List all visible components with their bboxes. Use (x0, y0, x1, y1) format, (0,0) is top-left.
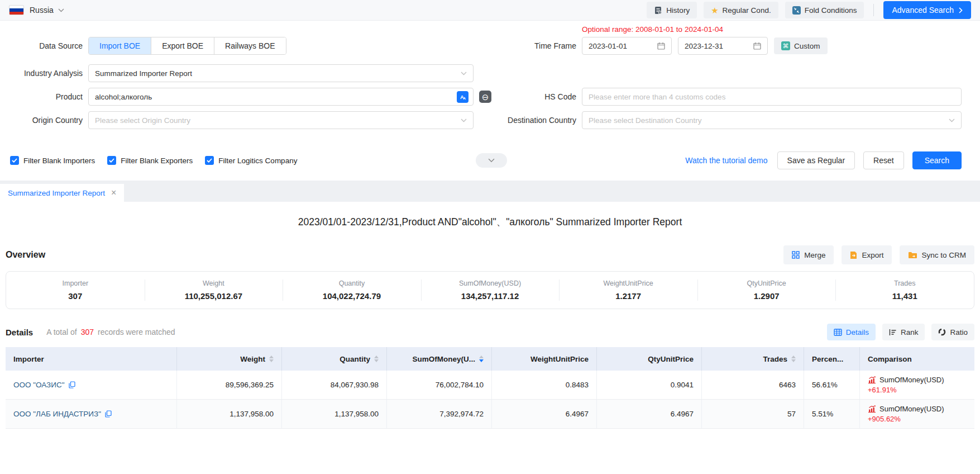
trend-chart-icon (868, 376, 876, 383)
rank-icon (889, 329, 897, 336)
origin-country-select[interactable]: Please select Origin Country (88, 111, 474, 129)
col-label: Comparison (868, 355, 912, 363)
col-weight-unit-price[interactable]: WeightUnitPrice (492, 347, 597, 371)
stat-value: 104,022,724.79 (323, 291, 381, 301)
app-window: Russia History ★ Regular Cond. Fold Cond… (0, 0, 980, 474)
col-quantity[interactable]: Quantity (282, 347, 387, 371)
copy-icon[interactable] (105, 410, 112, 418)
importer-name-link[interactable]: ООО "ОАЗИС" (13, 381, 65, 389)
col-importer[interactable]: Importer (6, 347, 177, 371)
col-weight[interactable]: Weight (177, 347, 282, 371)
industry-analysis-select[interactable]: Summarized Importer Report (88, 64, 474, 82)
save-as-regular-button[interactable]: Save as Regular (777, 151, 855, 169)
history-icon (654, 6, 662, 15)
start-date-field[interactable]: 2023-01-01 (582, 37, 672, 55)
chevron-down-icon[interactable] (58, 8, 64, 12)
stat-label: QtyUnitPrice (747, 279, 786, 287)
filter-label: Filter Blank Importers (23, 157, 95, 165)
col-label: SumOfMoney(U... (412, 355, 475, 363)
checkbox-checked-icon (107, 156, 116, 165)
col-label: WeightUnitPrice (530, 355, 589, 363)
tab-import-boe[interactable]: Import BOE (89, 37, 151, 54)
export-icon (850, 251, 857, 259)
sort-icon-active-desc[interactable] (479, 356, 484, 362)
col-label: Percen... (812, 355, 843, 363)
search-button[interactable]: Search (912, 151, 962, 169)
tab-railways-boe[interactable]: Railways BOE (214, 37, 285, 54)
regular-cond-button[interactable]: ★ Regular Cond. (704, 2, 778, 18)
start-date-value: 2023-01-01 (589, 42, 627, 50)
trend-chart-icon (868, 405, 876, 413)
view-ratio-button[interactable]: Ratio (931, 324, 974, 340)
search-form: Optional range: 2008-01-01 to 2024-01-04… (0, 21, 980, 169)
filter-logitics-company-checkbox[interactable]: Filter Logitics Company (205, 156, 297, 165)
view-details-label: Details (846, 328, 869, 336)
view-rank-label: Rank (901, 328, 919, 336)
tutorial-demo-link[interactable]: Watch the tutorial demo (685, 156, 767, 165)
destination-country-select[interactable]: Please select Destination Country (582, 111, 962, 129)
time-frame-label: Time Frame (475, 37, 576, 55)
col-sum-of-money[interactable]: SumOfMoney(U... (387, 347, 492, 371)
view-details-button[interactable]: Details (827, 324, 876, 340)
form-action-buttons: Watch the tutorial demo Save as Regular … (685, 151, 962, 169)
advanced-search-button[interactable]: Advanced Search (883, 1, 971, 19)
col-percent[interactable]: Percen... (804, 347, 860, 371)
star-icon: ★ (711, 6, 718, 15)
fold-conditions-icon (792, 6, 801, 15)
filter-label: Filter Blank Exporters (121, 157, 193, 165)
reset-button[interactable]: Reset (863, 151, 904, 169)
col-qty-unit-price[interactable]: QtyUnitPrice (597, 347, 702, 371)
weight-unit-price-cell: 0.8483 (492, 371, 597, 399)
sort-icon[interactable] (374, 356, 379, 362)
view-rank-button[interactable]: Rank (882, 324, 925, 340)
data-source-label: Data Source (0, 37, 83, 55)
hs-code-input[interactable] (589, 93, 955, 101)
custom-range-button[interactable]: ⌘ Custom (774, 37, 828, 54)
table-grid-icon (834, 329, 842, 336)
total-suffix: records were matched (98, 328, 175, 336)
sync-to-crm-button[interactable]: Sync to CRM (900, 245, 974, 264)
stat-trades: Trades 11,431 (835, 272, 974, 309)
end-date-value: 2023-12-31 (685, 42, 723, 50)
industry-analysis-label: Industry Analysis (0, 64, 83, 82)
product-field-wrap: A (88, 88, 474, 106)
chevron-right-icon (959, 7, 963, 13)
calendar-icon (753, 42, 761, 50)
tab-export-boe[interactable]: Export BOE (151, 37, 214, 54)
sort-icon[interactable] (269, 356, 274, 362)
col-label: QtyUnitPrice (648, 355, 694, 363)
origin-country-label: Origin Country (0, 111, 83, 129)
filter-blank-exporters-checkbox[interactable]: Filter Blank Exporters (107, 156, 193, 165)
filter-blank-importers-checkbox[interactable]: Filter Blank Importers (10, 156, 95, 165)
country-selector-label[interactable]: Russia (30, 6, 54, 15)
col-trades[interactable]: Trades (702, 347, 804, 371)
weight-cell: 89,596,369.25 (177, 371, 282, 399)
collapse-form-button[interactable] (476, 153, 507, 168)
importer-cell: ООО "ЛАБ ИНДАСТРИЗ" (6, 400, 177, 428)
end-date-field[interactable]: 2023-12-31 (678, 37, 768, 55)
stat-value: 307 (68, 291, 82, 301)
calendar-icon (657, 42, 665, 50)
merge-icon (792, 251, 800, 259)
close-icon[interactable]: × (111, 188, 116, 197)
history-button[interactable]: History (647, 2, 697, 18)
merge-button[interactable]: Merge (783, 245, 834, 264)
copy-icon[interactable] (69, 381, 75, 388)
top-bar: Russia History ★ Regular Cond. Fold Cond… (0, 0, 980, 21)
stat-value: 1.2907 (754, 291, 780, 301)
tab-summarized-importer-report[interactable]: Summarized Importer Report × (0, 184, 124, 202)
translate-icon[interactable]: A (457, 91, 469, 103)
export-button[interactable]: Export (842, 245, 892, 264)
product-input[interactable] (95, 93, 453, 101)
sort-icon[interactable] (791, 356, 796, 362)
importer-cell: ООО "ОАЗИС" (6, 371, 177, 399)
importer-name-link[interactable]: ООО "ЛАБ ИНДАСТРИЗ" (13, 410, 101, 418)
optional-range-text: Optional range: 2008-01-01 to 2024-01-04 (582, 25, 723, 34)
custom-icon: ⌘ (781, 41, 790, 50)
custom-label: Custom (794, 42, 820, 50)
fold-conditions-button[interactable]: Fold Conditions (785, 2, 864, 18)
comparison-change: +61.91% (868, 386, 897, 394)
stat-sum-of-money: SumOfMoney(USD) 134,257,117.12 (421, 272, 560, 309)
sum-of-money-cell: 7,392,974.72 (387, 400, 492, 428)
sum-of-money-cell: 76,002,784.10 (387, 371, 492, 399)
